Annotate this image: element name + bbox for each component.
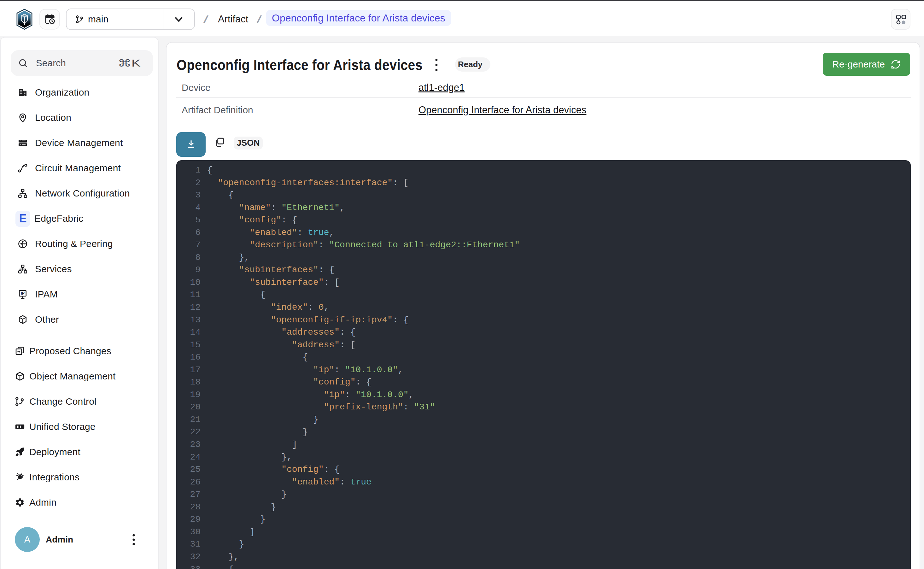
- svg-text:IP: IP: [21, 291, 25, 295]
